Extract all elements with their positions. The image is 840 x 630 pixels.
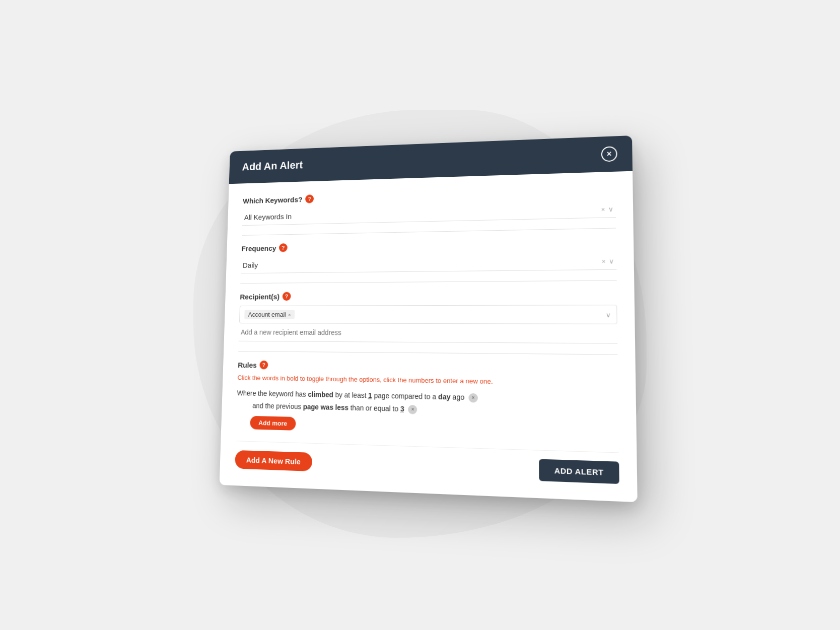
divider-1	[242, 228, 616, 235]
add-more-button[interactable]: Add more	[250, 416, 296, 431]
frequency-section: Frequency ? Daily × ∨	[241, 238, 616, 273]
rules-label: Rules ?	[238, 360, 618, 374]
rule2-page-toggle[interactable]: page was less	[303, 403, 349, 412]
rule2-remove-icon[interactable]: ×	[408, 405, 417, 414]
recipients-chevron-icon[interactable]: ∨	[606, 310, 611, 318]
divider-2	[240, 280, 616, 284]
recipients-label: Recipient(s) ?	[240, 290, 617, 301]
frequency-select-controls: × ∨	[601, 257, 614, 265]
recipients-tags-field[interactable]: Account email × ∨	[239, 305, 617, 324]
modal-title: Add An Alert	[242, 159, 303, 173]
frequency-label: Frequency ?	[241, 238, 616, 253]
rules-section: Rules ? Click the words in bold to toggl…	[236, 360, 619, 440]
rule1-day-toggle[interactable]: day	[438, 392, 451, 401]
rules-help-icon[interactable]: ?	[259, 361, 268, 370]
keywords-help-icon[interactable]: ?	[305, 194, 314, 203]
modal-footer: Add A New Rule ADD ALERT	[235, 441, 619, 484]
recipient-tag: Account email ×	[244, 310, 295, 319]
rule1-climbed-toggle[interactable]: climbed	[308, 390, 333, 399]
recipients-section: Recipient(s) ? Account email × ∨	[239, 290, 617, 343]
divider-3	[238, 351, 617, 355]
frequency-select[interactable]: Daily	[241, 252, 616, 273]
close-button[interactable]: ×	[601, 146, 617, 162]
keywords-section: Which Keywords? ? All Keywords In × ∨	[242, 186, 616, 226]
frequency-help-icon[interactable]: ?	[279, 243, 288, 252]
keywords-select-controls: × ∨	[601, 205, 613, 213]
recipients-help-icon[interactable]: ?	[282, 292, 291, 300]
recipient-tag-remove[interactable]: ×	[288, 312, 291, 318]
frequency-clear-icon[interactable]: ×	[601, 257, 605, 265]
modal-body: Which Keywords? ? All Keywords In × ∨	[220, 171, 638, 502]
keywords-chevron-icon[interactable]: ∨	[608, 205, 614, 213]
modal-dialog: Add An Alert × Which Keywords? ? All Key…	[220, 135, 638, 503]
keywords-clear-icon[interactable]: ×	[601, 205, 605, 213]
add-new-rule-button[interactable]: Add A New Rule	[235, 450, 312, 471]
add-alert-button[interactable]: ADD ALERT	[539, 459, 619, 484]
frequency-select-wrapper: Daily × ∨	[241, 252, 616, 273]
keywords-select[interactable]: All Keywords In	[242, 200, 616, 226]
keywords-select-wrapper: All Keywords In × ∨	[242, 200, 616, 226]
rules-hint: Click the words in bold to toggle throug…	[237, 374, 618, 387]
frequency-chevron-icon[interactable]: ∨	[609, 257, 614, 265]
recipient-email-input[interactable]	[239, 323, 617, 343]
rule1-remove-icon[interactable]: ×	[468, 393, 478, 403]
modal-wrapper: Add An Alert × Which Keywords? ? All Key…	[214, 140, 626, 490]
rule2-number-1[interactable]: 3	[400, 405, 404, 413]
